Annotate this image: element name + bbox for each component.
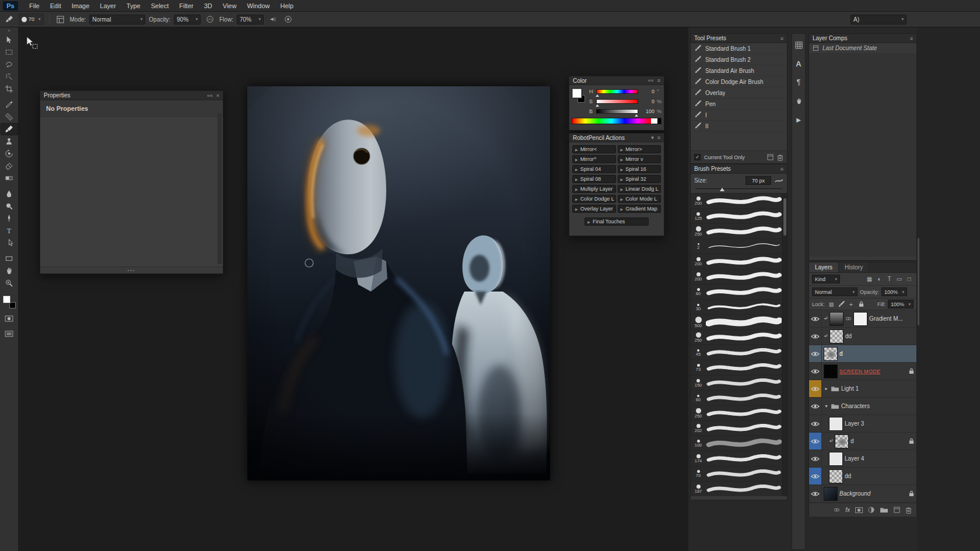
layer-row-dd[interactable]: dd — [809, 468, 916, 485]
tab-layers[interactable]: Layers — [809, 262, 839, 272]
layer-comp-item[interactable]: Last Document State — [809, 43, 916, 54]
healing-brush-tool-icon[interactable] — [1, 111, 18, 123]
close-panel-icon[interactable]: × — [216, 93, 219, 99]
menu-type[interactable]: Type — [121, 0, 146, 12]
brush-preset-row[interactable]: 70 — [691, 466, 787, 482]
panel-resize-grip[interactable]: ••• — [40, 266, 223, 273]
tool-preset-standard-brush-1[interactable]: Standard Brush 1 — [691, 43, 787, 54]
layer-visibility-eye-icon[interactable] — [809, 398, 822, 415]
brush-preset-row[interactable]: 250 — [691, 330, 787, 345]
layer-row-d[interactable]: d — [809, 345, 916, 363]
action-mirror-v[interactable]: ▶Mirror v — [618, 155, 662, 163]
panel-menu-icon[interactable]: ≡ — [657, 78, 660, 83]
dock-scrollbar[interactable] — [918, 238, 919, 325]
tool-preset-pen[interactable]: Pen — [691, 99, 787, 110]
menu-layer[interactable]: Layer — [94, 0, 121, 12]
smart-object-filter-icon[interactable]: □ — [905, 275, 914, 283]
collapse-panel-icon[interactable]: «« — [648, 78, 654, 83]
brush-preset-row[interactable]: 200 — [691, 194, 787, 209]
current-tool-only-checkbox[interactable]: ✓ — [694, 154, 701, 160]
current-tool-brush-icon[interactable] — [4, 14, 15, 24]
layer-mask-thumbnail[interactable] — [853, 312, 867, 326]
action-multiply-layer[interactable]: ▶Multiply Layer — [572, 185, 616, 193]
color-swatches[interactable] — [572, 88, 587, 109]
brush-preset-row[interactable]: 30 — [691, 300, 787, 315]
history-brush-tool-icon[interactable] — [1, 148, 18, 160]
layer-thumbnail[interactable] — [824, 347, 838, 361]
menu-view[interactable]: View — [218, 0, 242, 12]
brush-preset-row[interactable]: 174 — [691, 451, 787, 466]
brush-stroke-preview-icon[interactable] — [775, 178, 783, 184]
new-group-icon[interactable] — [880, 507, 888, 513]
lock-pixels-icon[interactable] — [837, 300, 846, 308]
layer-visibility-eye-icon[interactable] — [809, 468, 822, 485]
foreground-color-swatch[interactable] — [572, 89, 582, 98]
layer-thumbnail[interactable] — [830, 312, 844, 326]
tab-history[interactable]: History — [839, 262, 869, 272]
layer-thumbnail[interactable] — [829, 469, 843, 483]
brush-preset-row[interactable]: 45 — [691, 345, 787, 360]
layer-row-characters[interactable]: ▾Characters — [809, 398, 916, 415]
airbrush-icon[interactable] — [267, 14, 279, 24]
menu-file[interactable]: File — [24, 0, 45, 12]
blend-mode-dropdown[interactable]: Normal▾ — [89, 15, 145, 24]
menu-image[interactable]: Image — [66, 0, 95, 12]
brush-list-scrollbar[interactable] — [782, 194, 787, 496]
pixel-filter-icon[interactable]: ▦ — [865, 275, 874, 283]
menu-3d[interactable]: 3D — [199, 0, 218, 12]
collapse-triangle-icon[interactable]: ▾ — [824, 403, 829, 409]
tool-preset-color-dodge-air-brush[interactable]: Color Dodge Air Brush — [691, 76, 787, 87]
clone-stamp-tool-icon[interactable] — [1, 135, 18, 148]
collapse-panel-icon[interactable]: ▾ — [651, 135, 654, 141]
brush-size-field[interactable]: 70 px — [746, 176, 771, 185]
layer-visibility-eye-icon[interactable] — [809, 485, 822, 502]
brush-preset-row[interactable]: 200 — [691, 269, 787, 285]
brush-preset-row[interactable]: 80 — [691, 285, 787, 300]
action-spiral-16[interactable]: ▶Spiral 16 — [618, 165, 662, 173]
b-slider-track[interactable] — [596, 109, 638, 114]
action-gradient-map[interactable]: ▶Gradient Map — [618, 205, 662, 213]
character-panel-icon[interactable]: A — [793, 58, 804, 69]
gradient-tool-icon[interactable] — [1, 172, 18, 184]
panel-menu-icon[interactable]: ≡ — [780, 36, 783, 41]
layer-row-background[interactable]: Background — [809, 485, 916, 503]
move-tool-icon[interactable] — [1, 34, 18, 46]
blur-tool-icon[interactable] — [1, 188, 18, 200]
brush-preset-row[interactable]: 2 — [691, 239, 787, 254]
layer-filter-kind-dropdown[interactable]: Kind▾ — [812, 275, 840, 283]
layer-visibility-eye-icon[interactable] — [809, 433, 822, 450]
slider-thumb-icon[interactable] — [635, 114, 638, 117]
color-spectrum-ramp[interactable] — [572, 118, 662, 124]
menu-help[interactable]: Help — [275, 0, 299, 12]
layer-row-light-1[interactable]: ▸Light 1 — [809, 380, 916, 398]
tool-preset-i[interactable]: I — [691, 110, 787, 121]
action-spiral-08[interactable]: ▶Spiral 08 — [572, 175, 616, 183]
brush-preset-row[interactable]: 150 — [691, 375, 787, 391]
lasso-tool-icon[interactable] — [1, 58, 18, 71]
layer-thumbnail[interactable] — [829, 417, 843, 431]
tool-preset-overlay[interactable]: Overlay — [691, 87, 787, 99]
brush-preset-row[interactable]: 73 — [691, 360, 787, 375]
flow-dropdown[interactable]: 70%▾ — [237, 15, 264, 24]
slider-thumb-icon[interactable] — [596, 104, 599, 107]
layer-visibility-eye-icon[interactable] — [809, 310, 822, 327]
layer-row-screen-mode[interactable]: SCREEN MODE — [809, 363, 916, 380]
layer-thumbnail[interactable] — [835, 434, 849, 448]
layer-row-dd[interactable]: dd — [809, 328, 916, 345]
layer-row-d[interactable]: d — [809, 433, 916, 450]
brush-preset-row[interactable]: 500 — [691, 315, 787, 330]
action-spiral-32[interactable]: ▶Spiral 32 — [618, 175, 662, 183]
type-filter-icon[interactable]: T — [885, 275, 894, 283]
tool-preset-picker[interactable]: 70 ▾ — [19, 13, 44, 25]
panel-menu-icon[interactable]: ≡ — [780, 166, 783, 172]
expand-triangle-icon[interactable]: ▸ — [824, 386, 829, 391]
layer-blend-mode-dropdown[interactable]: Normal▾ — [812, 287, 858, 296]
lock-all-icon[interactable] — [857, 300, 866, 308]
action-mirror[interactable]: ▶Mirror< — [572, 145, 616, 153]
layer-row-layer-4[interactable]: Layer 4 — [809, 450, 916, 468]
shape-filter-icon[interactable]: ▭ — [895, 275, 904, 283]
brush-preset-row[interactable]: 202 — [691, 421, 787, 436]
action-spiral-04[interactable]: ▶Spiral 04 — [572, 165, 616, 173]
action-color-dodge-l[interactable]: ▶Color Dodge L — [572, 195, 616, 203]
toolbar-collapse-icon[interactable]: » — [8, 27, 10, 34]
